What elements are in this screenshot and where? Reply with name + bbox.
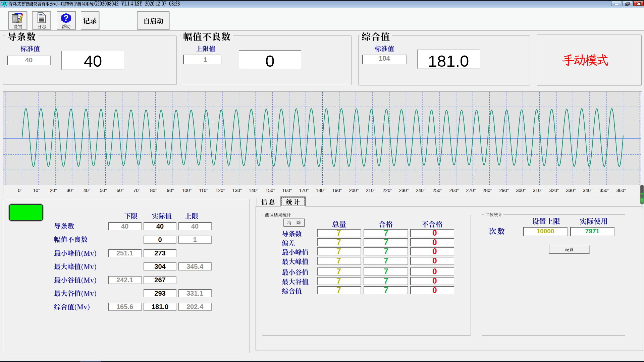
svg-text:?: ? (63, 13, 68, 23)
